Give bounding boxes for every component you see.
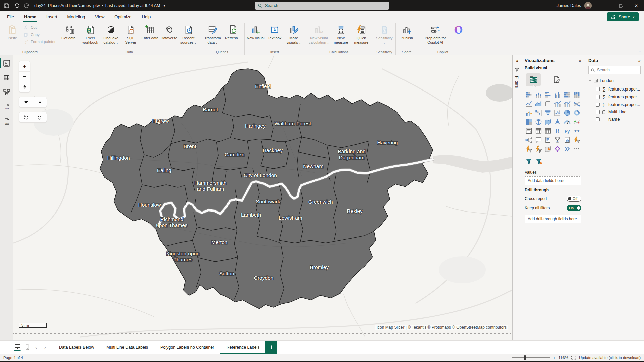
chevron-down-icon[interactable] <box>588 79 592 82</box>
map-zoom-in-button[interactable]: + <box>19 61 30 71</box>
visual-icon-range-slicer[interactable] <box>573 127 581 135</box>
menu-tab-optimize[interactable]: Optimize <box>109 11 137 22</box>
redo-icon[interactable] <box>24 3 30 8</box>
visual-icon-decomposition-tree[interactable] <box>525 136 533 144</box>
page-tab-polygon-labels-no-container[interactable]: Polygon Labels no Container <box>154 341 220 354</box>
update-available-link[interactable]: Update available (click to download) <box>579 356 641 360</box>
visual-icon-100-stacked-bar-chart[interactable] <box>563 90 571 99</box>
visual-icon-power-automate[interactable] <box>573 136 581 144</box>
visual-icon-kpi[interactable] <box>573 118 581 126</box>
visual-icon-paginated-report[interactable] <box>563 136 571 144</box>
visual-icon-treemap[interactable] <box>525 118 533 126</box>
visual-icon-smart-narrative[interactable] <box>544 136 552 144</box>
visual-icon-power-automate-edit[interactable] <box>534 145 543 153</box>
format-visual-tab[interactable] <box>549 73 564 86</box>
ribbon-button-get-data[interactable]: Get data ⌄ <box>61 23 79 48</box>
visual-icon-clustered-bar-chart[interactable] <box>544 90 552 99</box>
next-page-icon[interactable]: › <box>43 344 47 350</box>
prev-page-icon[interactable]: ‹ <box>34 344 38 350</box>
map-rotate-down-button[interactable] <box>19 97 33 107</box>
page-tab-multi-line-data-labels[interactable]: Multi Line Data Labels <box>100 341 154 354</box>
ribbon-button-text-box[interactable]: AText box <box>265 23 284 48</box>
menu-tab-modeling[interactable]: Modeling <box>62 11 90 22</box>
report-canvas[interactable]: EnfieldBarnetHarrowHaringeyWaltham Fores… <box>13 55 513 340</box>
collapse-data-icon[interactable]: » <box>638 58 641 63</box>
zoom-slider[interactable] <box>512 357 550 358</box>
visual-icon-qna-visual[interactable] <box>534 136 543 144</box>
field-checkbox[interactable] <box>596 117 600 121</box>
data-search[interactable] <box>588 66 641 74</box>
visual-icon-icon-map[interactable] <box>525 157 533 165</box>
visual-icon-custom-visual[interactable] <box>553 145 562 153</box>
field-checkbox[interactable] <box>596 103 600 107</box>
visual-icon-ribbon-chart[interactable] <box>573 100 581 108</box>
build-visual-tab[interactable] <box>526 73 541 86</box>
ribbon-button-cut[interactable]: Cut <box>22 24 57 31</box>
data-search-input[interactable] <box>597 68 638 72</box>
field-features-proper[interactable]: ∑features.proper... <box>588 101 641 108</box>
cross-report-toggle[interactable]: Off <box>567 196 581 202</box>
ribbon-button-onelake-catalog[interactable]: OneLake catalog ⌄ <box>101 23 121 48</box>
menu-tab-help[interactable]: Help <box>137 11 156 22</box>
visual-icon-funnel-chart[interactable] <box>544 109 552 117</box>
desktop-layout-button[interactable] <box>14 344 21 351</box>
menu-tab-view[interactable]: View <box>90 11 109 22</box>
field-features-proper[interactable]: ∑features.proper... <box>588 85 641 93</box>
visual-icon-metrics[interactable] <box>553 136 562 144</box>
visual-icon-table[interactable] <box>534 127 543 135</box>
map-redo-button[interactable] <box>33 112 47 122</box>
visual-icon-icon-map-slicer[interactable] <box>535 157 543 165</box>
visual-icon-deneb[interactable] <box>563 145 571 153</box>
visual-icon-waterfall-chart[interactable] <box>534 109 543 117</box>
table-london[interactable]: London <box>588 78 641 83</box>
ribbon-button-publish[interactable]: Publish <box>397 23 416 48</box>
menu-tab-insert[interactable]: Insert <box>41 11 62 22</box>
rail-item-tmdl-view[interactable]: TMDL <box>0 118 13 126</box>
collapse-visualizations-icon[interactable]: » <box>579 58 581 63</box>
visual-icon-python-visual[interactable]: Py <box>563 127 571 135</box>
minimize-button[interactable] <box>598 0 613 11</box>
ribbon-button-recent-sources[interactable]: Recent sources ⌄ <box>179 23 198 48</box>
ribbon-button-new-visual[interactable]: New visual <box>246 23 265 48</box>
rail-item-table-view[interactable] <box>0 74 13 81</box>
visual-icon-donut-chart[interactable] <box>573 109 581 117</box>
map-undo-button[interactable] <box>19 112 33 122</box>
ribbon-button-prep-data-for-copilot-ai[interactable]: Prep data for Copilot AI <box>420 23 451 48</box>
zoom-in-icon[interactable]: + <box>553 356 556 360</box>
visual-icon-100-stacked-column-chart[interactable] <box>573 90 581 99</box>
visual-icon-stacked-column-chart[interactable] <box>534 90 543 99</box>
visual-icon-power-apps[interactable] <box>525 145 533 153</box>
page-tab-reference-labels[interactable]: Reference Labels <box>220 341 265 354</box>
ribbon-button-format-painter[interactable]: Format painter <box>22 39 57 45</box>
values-dropzone[interactable]: Add data fields here <box>525 176 581 185</box>
visual-icon-stacked-area-chart[interactable] <box>544 100 552 108</box>
ribbon-button-paste[interactable]: Paste <box>3 23 22 48</box>
visual-icon-line-chart[interactable] <box>525 100 533 108</box>
ribbon-button-sql-server[interactable]: SQL Server <box>121 23 140 48</box>
visual-icon-area-chart[interactable] <box>534 100 543 108</box>
ribbon-collapse-icon[interactable]: ⌃ <box>639 50 641 54</box>
ribbon-button-dataverse[interactable]: Dataverse <box>160 23 178 48</box>
visual-icon-slicer[interactable] <box>525 127 533 135</box>
rail-item-model-view[interactable] <box>0 88 13 96</box>
ribbon-button-refresh[interactable]: Refresh ⌄ <box>224 23 243 48</box>
visual-icon-scatter-chart[interactable] <box>553 109 562 117</box>
map-rotate-up-button[interactable] <box>33 97 47 107</box>
visual-icon-stacked-bar-chart[interactable] <box>525 90 533 99</box>
undo-icon[interactable] <box>14 3 19 8</box>
field-checkbox[interactable] <box>596 95 600 99</box>
ribbon-button-enter-data[interactable]: Enter data <box>141 23 159 48</box>
user-name[interactable]: James Dales <box>557 3 581 8</box>
menu-tab-home[interactable]: Home <box>19 11 41 22</box>
share-button[interactable]: Share ∨ <box>607 12 639 21</box>
map-pitch-button[interactable] <box>19 82 30 92</box>
ribbon-button-transform-data[interactable]: Transform data ⌄ <box>202 23 223 48</box>
visual-icon-combo-chart[interactable] <box>525 109 533 117</box>
visual-icon-pie-chart[interactable] <box>563 109 571 117</box>
filters-pane-title[interactable]: Filters <box>514 76 519 88</box>
rail-item-dax-query-view[interactable]: DAX <box>0 103 13 111</box>
ribbon-button-excel-workbook[interactable]: XExcel workbook <box>80 23 101 48</box>
expand-filters-icon[interactable]: « <box>516 59 518 63</box>
ribbon-button-new-visual-calculation[interactable]: fxNew visual calculation ⌄ <box>307 23 331 48</box>
visual-icon-arcgis-map[interactable] <box>544 145 552 153</box>
